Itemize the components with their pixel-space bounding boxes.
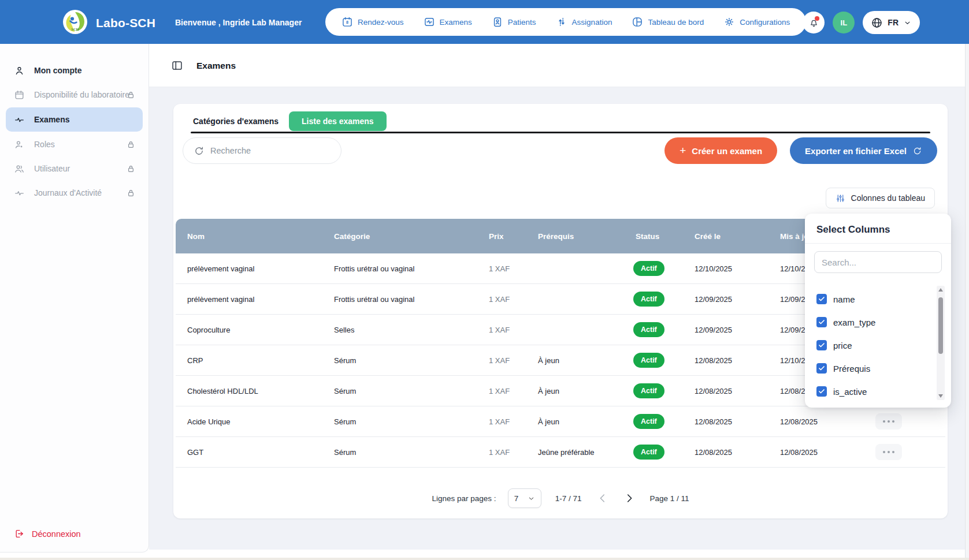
nav-label: Patients — [508, 18, 536, 27]
lock-icon — [126, 164, 136, 174]
cell-prerequis: À jeun — [528, 387, 625, 395]
checkbox-checked-icon[interactable] — [816, 363, 827, 374]
column-option-is_active[interactable]: is_active — [807, 380, 934, 402]
nav-item-examens[interactable]: Examens — [424, 16, 472, 28]
cell-prerequis: À jeun — [528, 417, 625, 426]
nav-label: Tableau de bord — [648, 18, 704, 27]
scroll-down-arrow-icon[interactable] — [938, 394, 943, 398]
nav-item-rendez-vous[interactable]: 8 Rendez-vous — [341, 16, 404, 28]
export-refresh-icon — [912, 146, 922, 156]
search-box[interactable] — [183, 137, 341, 164]
row-actions-button[interactable] — [875, 413, 902, 430]
checkbox-checked-icon[interactable] — [816, 340, 827, 350]
cell-cree_le: 12/10/2025 — [684, 264, 770, 273]
cell-actions — [865, 444, 945, 460]
cell-status: Actif — [625, 353, 684, 368]
pulse-icon — [14, 114, 25, 125]
scroll-up-arrow-icon[interactable] — [938, 288, 943, 292]
calendar-icon — [14, 89, 25, 100]
swap-arrows-icon — [556, 16, 567, 28]
avatar[interactable]: IL — [833, 12, 855, 33]
popup-title: Select Columns — [805, 214, 951, 243]
logout-button[interactable]: Déconnexion — [14, 528, 81, 539]
cell-nom: GGT — [176, 448, 324, 457]
window-bottom-edge — [0, 558, 969, 560]
language-value: FR — [888, 18, 899, 27]
column-header: Créé le — [684, 232, 770, 241]
scroll-thumb[interactable] — [938, 297, 943, 354]
column-header: Prérequis — [528, 232, 625, 241]
column-option-price[interactable]: price — [807, 334, 934, 357]
row-actions-button[interactable] — [875, 444, 902, 460]
tab-categories-examens[interactable]: Catégories d'examens — [191, 117, 281, 126]
chevron-right-icon — [623, 492, 636, 505]
checkbox-checked-icon[interactable] — [816, 386, 827, 397]
next-page-button[interactable] — [623, 492, 636, 505]
export-excel-label: Exporter en fichier Excel — [805, 146, 907, 156]
sidebar-item-utilisateur[interactable]: Utilisateur — [6, 157, 143, 180]
notifications-button[interactable] — [803, 12, 825, 33]
page-title: Examens — [196, 61, 236, 71]
column-option-name[interactable]: name — [807, 288, 934, 311]
language-selector[interactable]: FR — [863, 11, 920, 34]
search-input[interactable] — [210, 146, 326, 155]
sidebar-item-roles[interactable]: Roles — [6, 133, 143, 156]
popup-search-input[interactable] — [822, 257, 934, 267]
calendar-date-icon: 8 — [341, 16, 353, 28]
tab-liste-des-examens[interactable]: Liste des examens — [289, 111, 387, 131]
checkbox-checked-icon[interactable] — [816, 317, 827, 327]
cell-status: Actif — [625, 322, 684, 337]
pagination-range: 1-7 / 71 — [555, 494, 582, 503]
window-vertical-scrollbar[interactable] — [965, 44, 969, 558]
column-header: Nom — [176, 232, 324, 241]
column-option-Prérequis[interactable]: Prérequis — [807, 357, 934, 380]
create-exam-button[interactable]: + Créer un examen — [664, 137, 777, 164]
nav-item-assignation[interactable]: Assignation — [556, 16, 612, 28]
popup-divider — [805, 243, 951, 244]
cell-prix: 1 XAF — [478, 417, 528, 426]
nav-label: Assignation — [572, 18, 612, 27]
nav-item-patients[interactable]: Patients — [492, 16, 536, 28]
column-header: Status — [625, 232, 684, 241]
status-badge: Actif — [633, 353, 664, 368]
topbar: SCH Labo-SCH Bienvenue , Ingride Lab Man… — [0, 0, 969, 44]
checkbox-checked-icon[interactable] — [816, 294, 827, 304]
column-option-exam_type[interactable]: exam_type — [807, 311, 934, 334]
cell-prix: 1 XAF — [478, 387, 528, 395]
popup-scrollbar[interactable] — [937, 286, 945, 400]
cell-actions — [865, 413, 945, 430]
sidebar-item-journaux[interactable]: Journaux d'Activité — [6, 181, 143, 204]
status-badge: Actif — [633, 261, 664, 276]
chevron-left-icon — [596, 492, 609, 505]
cell-nom: Acide Urique — [176, 417, 324, 426]
sidebar-item-label: Examens — [34, 115, 69, 124]
table-row: Acide UriqueSérum1 XAFÀ jeunActif12/08/2… — [176, 406, 945, 437]
nav-item-tableau-de-bord[interactable]: Tableau de bord — [632, 16, 704, 28]
activity-square-icon — [424, 16, 435, 28]
nav-label: Configurations — [740, 18, 790, 27]
column-option-label: price — [833, 341, 852, 350]
cell-prix: 1 XAF — [478, 356, 528, 365]
topbar-right: IL FR — [803, 11, 920, 34]
cell-categorie: Sérum — [324, 356, 478, 365]
cell-cree_le: 12/09/2025 — [684, 295, 770, 304]
svg-text:8: 8 — [346, 20, 348, 25]
previous-page-button[interactable] — [596, 492, 609, 505]
sidebar-item-disponibilite[interactable]: Disponibilité du laboratoire — [6, 83, 143, 106]
chevron-down-icon — [528, 495, 535, 502]
cell-cree_le: 12/08/2025 — [684, 356, 770, 365]
page-titlebar: Examens — [149, 44, 965, 87]
export-excel-button[interactable]: Exporter en fichier Excel — [790, 137, 937, 164]
nav-item-configurations[interactable]: Configurations — [723, 16, 790, 28]
cell-mis_a_jour: 12/08/2025 — [770, 417, 865, 426]
sidebar-item-examens[interactable]: Examens — [6, 107, 143, 132]
lock-icon — [126, 140, 136, 150]
sidebar-item-mon-compte[interactable]: Mon compte — [6, 59, 143, 82]
nav-label: Examens — [440, 18, 472, 27]
table-columns-button[interactable]: Colonnes du tableau — [826, 188, 935, 208]
main-nav: 8 Rendez-vous Examens Patients Assignati… — [325, 8, 806, 36]
rows-per-page-select[interactable]: 7 — [508, 488, 541, 508]
panel-toggle-icon[interactable] — [171, 59, 183, 72]
popup-search-box[interactable] — [814, 251, 942, 273]
cell-prix: 1 XAF — [478, 326, 528, 334]
